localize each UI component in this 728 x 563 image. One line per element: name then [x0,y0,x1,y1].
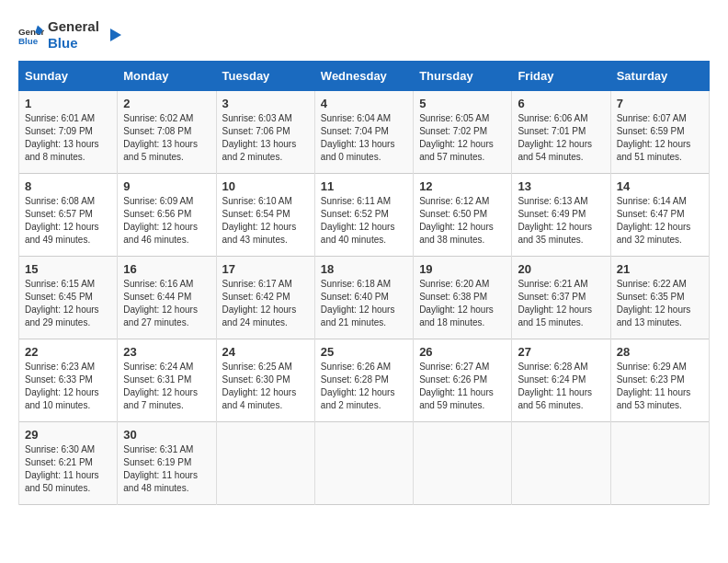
day-number: 13 [518,179,604,193]
day-info: Sunrise: 6:02 AM Sunset: 7:08 PM Dayligh… [123,112,210,164]
weekday-header-saturday: Saturday [610,62,709,91]
logo: General Blue General Blue [18,18,123,52]
calendar-cell [216,422,314,505]
calendar-week-1: 1Sunrise: 6:01 AM Sunset: 7:09 PM Daylig… [19,91,710,174]
day-info: Sunrise: 6:18 AM Sunset: 6:40 PM Dayligh… [321,278,407,329]
calendar-week-5: 29Sunrise: 6:30 AM Sunset: 6:21 PM Dayli… [19,422,710,505]
calendar-cell: 14Sunrise: 6:14 AM Sunset: 6:47 PM Dayli… [610,174,709,257]
day-number: 20 [518,262,604,276]
day-number: 24 [222,345,309,359]
day-info: Sunrise: 6:15 AM Sunset: 6:45 PM Dayligh… [25,278,111,329]
day-number: 5 [419,97,506,110]
day-number: 21 [617,262,703,276]
calendar-cell: 10Sunrise: 6:10 AM Sunset: 6:54 PM Dayli… [216,174,314,257]
day-info: Sunrise: 6:10 AM Sunset: 6:54 PM Dayligh… [222,195,309,247]
calendar-cell [512,422,610,505]
calendar-cell: 6Sunrise: 6:06 AM Sunset: 7:01 PM Daylig… [512,91,610,174]
calendar-week-3: 15Sunrise: 6:15 AM Sunset: 6:45 PM Dayli… [19,257,710,339]
day-number: 17 [222,262,309,276]
day-info: Sunrise: 6:30 AM Sunset: 6:21 PM Dayligh… [25,443,111,495]
day-number: 6 [518,97,604,110]
day-number: 4 [321,97,407,110]
day-info: Sunrise: 6:01 AM Sunset: 7:09 PM Dayligh… [25,112,111,164]
logo-icon: General Blue [18,22,44,48]
calendar-week-2: 8Sunrise: 6:08 AM Sunset: 6:57 PM Daylig… [19,174,710,257]
weekday-header-friday: Friday [512,62,610,91]
day-info: Sunrise: 6:28 AM Sunset: 6:24 PM Dayligh… [518,361,604,412]
calendar-cell [610,422,709,505]
calendar-cell: 2Sunrise: 6:02 AM Sunset: 7:08 PM Daylig… [118,91,216,174]
day-info: Sunrise: 6:27 AM Sunset: 6:26 PM Dayligh… [419,361,506,412]
day-info: Sunrise: 6:16 AM Sunset: 6:44 PM Dayligh… [123,278,210,329]
calendar-cell: 29Sunrise: 6:30 AM Sunset: 6:21 PM Dayli… [19,422,118,505]
day-number: 1 [25,97,111,110]
day-number: 26 [419,345,506,359]
logo-blue: Blue [48,35,99,52]
day-number: 9 [123,179,210,193]
weekday-header-row: SundayMondayTuesdayWednesdayThursdayFrid… [19,62,710,91]
weekday-header-wednesday: Wednesday [314,62,413,91]
day-info: Sunrise: 6:09 AM Sunset: 6:56 PM Dayligh… [123,195,210,247]
day-number: 12 [419,179,506,193]
calendar-cell: 3Sunrise: 6:03 AM Sunset: 7:06 PM Daylig… [216,91,314,174]
header: General Blue General Blue [18,18,710,52]
day-info: Sunrise: 6:24 AM Sunset: 6:31 PM Dayligh… [123,361,210,412]
day-info: Sunrise: 6:12 AM Sunset: 6:50 PM Dayligh… [419,195,506,247]
calendar-cell: 9Sunrise: 6:09 AM Sunset: 6:56 PM Daylig… [118,174,216,257]
weekday-header-monday: Monday [118,62,216,91]
calendar-cell: 19Sunrise: 6:20 AM Sunset: 6:38 PM Dayli… [414,257,512,339]
logo-arrow-icon [103,25,123,45]
day-number: 30 [123,428,210,442]
day-info: Sunrise: 6:21 AM Sunset: 6:37 PM Dayligh… [518,278,604,329]
day-number: 11 [321,179,407,193]
calendar-cell: 1Sunrise: 6:01 AM Sunset: 7:09 PM Daylig… [19,91,118,174]
day-info: Sunrise: 6:22 AM Sunset: 6:35 PM Dayligh… [617,278,703,329]
calendar-cell: 5Sunrise: 6:05 AM Sunset: 7:02 PM Daylig… [414,91,512,174]
day-info: Sunrise: 6:05 AM Sunset: 7:02 PM Dayligh… [419,112,506,164]
calendar-cell: 23Sunrise: 6:24 AM Sunset: 6:31 PM Dayli… [118,339,216,422]
day-number: 14 [617,179,703,193]
svg-marker-2 [110,29,121,41]
calendar-cell: 27Sunrise: 6:28 AM Sunset: 6:24 PM Dayli… [512,339,610,422]
calendar-cell: 18Sunrise: 6:18 AM Sunset: 6:40 PM Dayli… [314,257,413,339]
day-number: 16 [123,262,210,276]
calendar-cell: 26Sunrise: 6:27 AM Sunset: 6:26 PM Dayli… [414,339,512,422]
logo-general: General [48,18,99,35]
calendar-cell: 8Sunrise: 6:08 AM Sunset: 6:57 PM Daylig… [19,174,118,257]
day-number: 7 [617,97,703,110]
calendar-cell: 25Sunrise: 6:26 AM Sunset: 6:28 PM Dayli… [314,339,413,422]
calendar-cell: 21Sunrise: 6:22 AM Sunset: 6:35 PM Dayli… [610,257,709,339]
calendar-cell: 15Sunrise: 6:15 AM Sunset: 6:45 PM Dayli… [19,257,118,339]
weekday-header-sunday: Sunday [19,62,118,91]
day-number: 27 [518,345,604,359]
day-number: 23 [123,345,210,359]
day-number: 3 [222,97,309,110]
calendar-cell: 28Sunrise: 6:29 AM Sunset: 6:23 PM Dayli… [610,339,709,422]
day-number: 19 [419,262,506,276]
calendar-cell: 24Sunrise: 6:25 AM Sunset: 6:30 PM Dayli… [216,339,314,422]
calendar-cell: 16Sunrise: 6:16 AM Sunset: 6:44 PM Dayli… [118,257,216,339]
weekday-header-tuesday: Tuesday [216,62,314,91]
day-info: Sunrise: 6:26 AM Sunset: 6:28 PM Dayligh… [321,361,407,412]
day-number: 15 [25,262,111,276]
calendar-cell: 11Sunrise: 6:11 AM Sunset: 6:52 PM Dayli… [314,174,413,257]
calendar-cell: 22Sunrise: 6:23 AM Sunset: 6:33 PM Dayli… [19,339,118,422]
calendar-table: SundayMondayTuesdayWednesdayThursdayFrid… [18,61,710,505]
day-info: Sunrise: 6:23 AM Sunset: 6:33 PM Dayligh… [25,361,111,412]
calendar-cell: 7Sunrise: 6:07 AM Sunset: 6:59 PM Daylig… [610,91,709,174]
svg-text:Blue: Blue [18,36,39,46]
calendar-cell [414,422,512,505]
day-info: Sunrise: 6:04 AM Sunset: 7:04 PM Dayligh… [321,112,407,164]
calendar-cell: 30Sunrise: 6:31 AM Sunset: 6:19 PM Dayli… [118,422,216,505]
day-number: 10 [222,179,309,193]
day-info: Sunrise: 6:07 AM Sunset: 6:59 PM Dayligh… [617,112,703,164]
day-info: Sunrise: 6:03 AM Sunset: 7:06 PM Dayligh… [222,112,309,164]
day-number: 2 [123,97,210,110]
day-info: Sunrise: 6:06 AM Sunset: 7:01 PM Dayligh… [518,112,604,164]
day-info: Sunrise: 6:08 AM Sunset: 6:57 PM Dayligh… [25,195,111,247]
weekday-header-thursday: Thursday [414,62,512,91]
day-number: 8 [25,179,111,193]
day-number: 29 [25,428,111,442]
day-info: Sunrise: 6:29 AM Sunset: 6:23 PM Dayligh… [617,361,703,412]
calendar-cell: 20Sunrise: 6:21 AM Sunset: 6:37 PM Dayli… [512,257,610,339]
